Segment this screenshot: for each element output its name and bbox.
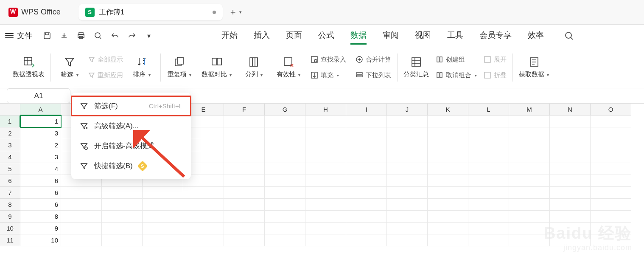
- cell[interactable]: 3: [20, 151, 61, 163]
- cell[interactable]: [61, 234, 102, 246]
- cell[interactable]: [591, 127, 631, 139]
- cell[interactable]: [346, 234, 387, 246]
- compare-button[interactable]: 数据对比 ▾: [202, 56, 232, 79]
- cell[interactable]: [224, 223, 265, 234]
- column-header[interactable]: G: [265, 104, 305, 116]
- cell[interactable]: [61, 187, 102, 199]
- cell[interactable]: [428, 234, 468, 246]
- cell[interactable]: [305, 234, 346, 246]
- cell[interactable]: [591, 163, 631, 175]
- group-button[interactable]: 创建组: [436, 54, 477, 65]
- new-tab-button[interactable]: + ▾: [230, 7, 242, 18]
- row-header[interactable]: 10: [0, 223, 20, 234]
- cell[interactable]: [305, 187, 346, 199]
- cell[interactable]: [102, 223, 143, 234]
- cell[interactable]: [468, 223, 509, 234]
- cell[interactable]: [265, 199, 305, 211]
- cell[interactable]: [550, 151, 591, 163]
- cell[interactable]: [265, 151, 305, 163]
- cell[interactable]: [550, 199, 591, 211]
- cell[interactable]: [346, 139, 387, 151]
- row-header[interactable]: 9: [0, 211, 20, 223]
- cell[interactable]: [387, 163, 428, 175]
- cell[interactable]: [468, 127, 509, 139]
- lookup-button[interactable]: 查找录入: [311, 54, 346, 65]
- cell[interactable]: [102, 187, 143, 199]
- cell[interactable]: [265, 139, 305, 151]
- split-button[interactable]: 分列 ▾: [241, 56, 266, 79]
- cell[interactable]: [428, 175, 468, 187]
- tab-review[interactable]: 审阅: [383, 27, 399, 45]
- cell[interactable]: [509, 139, 550, 151]
- cell[interactable]: [591, 234, 631, 246]
- cell[interactable]: [224, 151, 265, 163]
- cell[interactable]: [265, 234, 305, 246]
- cell[interactable]: [509, 223, 550, 234]
- cell[interactable]: [346, 223, 387, 234]
- cell[interactable]: 4: [20, 163, 61, 175]
- cell[interactable]: [428, 127, 468, 139]
- cell[interactable]: [509, 199, 550, 211]
- cell[interactable]: [102, 211, 143, 223]
- pivot-table-button[interactable]: 数据透视表: [13, 56, 45, 79]
- output-icon[interactable]: [59, 31, 69, 40]
- cell[interactable]: [265, 116, 305, 127]
- sort-button[interactable]: 排序 ▾: [129, 56, 154, 79]
- cell[interactable]: 8: [20, 211, 61, 223]
- cell[interactable]: [143, 234, 183, 246]
- cell[interactable]: [550, 116, 591, 127]
- cell[interactable]: [428, 163, 468, 175]
- collapse-button[interactable]: 折叠: [484, 70, 507, 81]
- cell[interactable]: [224, 234, 265, 246]
- cell[interactable]: [509, 234, 550, 246]
- cell[interactable]: [61, 223, 102, 234]
- cell[interactable]: [550, 139, 591, 151]
- save-icon[interactable]: [42, 31, 52, 40]
- validity-button[interactable]: 有效性 ▾: [276, 56, 301, 79]
- cell[interactable]: [61, 211, 102, 223]
- cell[interactable]: [468, 175, 509, 187]
- cell[interactable]: [468, 139, 509, 151]
- cell[interactable]: [305, 127, 346, 139]
- cell[interactable]: [387, 199, 428, 211]
- cell[interactable]: [428, 151, 468, 163]
- cell[interactable]: [387, 223, 428, 234]
- cell[interactable]: [265, 187, 305, 199]
- cell[interactable]: [61, 199, 102, 211]
- cell[interactable]: 2: [20, 139, 61, 151]
- tab-vip[interactable]: 会员专享: [479, 27, 512, 45]
- cell[interactable]: [143, 199, 183, 211]
- cell[interactable]: [509, 127, 550, 139]
- tab-insert[interactable]: 插入: [254, 27, 270, 45]
- cell[interactable]: [509, 211, 550, 223]
- tab-efficiency[interactable]: 效率: [528, 27, 544, 45]
- cell[interactable]: [468, 163, 509, 175]
- filter-button[interactable]: 筛选 ▾: [57, 56, 82, 79]
- cell[interactable]: [224, 211, 265, 223]
- cell[interactable]: [183, 234, 224, 246]
- cell[interactable]: [550, 187, 591, 199]
- cell[interactable]: [468, 234, 509, 246]
- cell[interactable]: [509, 175, 550, 187]
- cell[interactable]: [428, 211, 468, 223]
- column-header[interactable]: N: [550, 104, 591, 116]
- cell[interactable]: [509, 116, 550, 127]
- cell[interactable]: [305, 211, 346, 223]
- cell[interactable]: [183, 211, 224, 223]
- cell[interactable]: [550, 211, 591, 223]
- cell[interactable]: [224, 199, 265, 211]
- row-header[interactable]: 3: [0, 139, 20, 151]
- cell[interactable]: [428, 139, 468, 151]
- close-tab-icon[interactable]: [213, 11, 216, 14]
- cell[interactable]: [305, 139, 346, 151]
- cell[interactable]: [102, 234, 143, 246]
- cell[interactable]: [102, 199, 143, 211]
- cell[interactable]: [143, 223, 183, 234]
- cell[interactable]: [387, 234, 428, 246]
- select-all-corner[interactable]: [0, 104, 20, 116]
- chevron-down-icon[interactable]: ▾: [144, 31, 154, 40]
- column-header[interactable]: J: [387, 104, 428, 116]
- cell[interactable]: [509, 151, 550, 163]
- cell[interactable]: [346, 175, 387, 187]
- cell[interactable]: 6: [20, 187, 61, 199]
